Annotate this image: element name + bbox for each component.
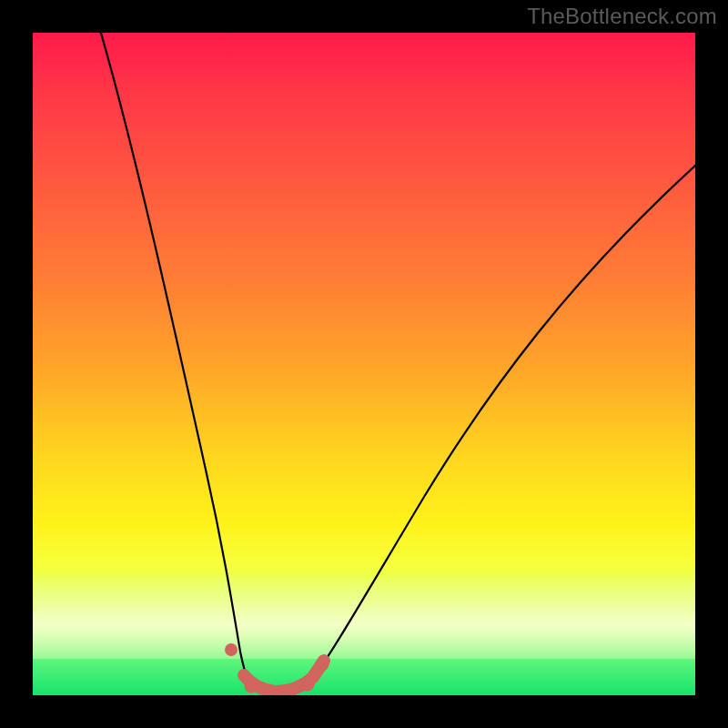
- valley-highlight-right: [275, 661, 324, 692]
- pale-band: [33, 572, 695, 659]
- curve-layer: [33, 33, 695, 695]
- valley-marker-dot: [225, 643, 238, 656]
- valley-node-4: [301, 678, 315, 692]
- plot-area: [33, 33, 695, 695]
- valley-highlight-left: [244, 675, 275, 692]
- valley-node-5: [316, 658, 329, 672]
- valley-node-3: [283, 685, 297, 696]
- curve-left-branch: [98, 33, 251, 686]
- watermark-text: TheBottleneck.com: [527, 4, 717, 29]
- valley-node-1: [245, 680, 258, 693]
- curve-right-branch: [311, 156, 695, 681]
- curve-valley: [251, 681, 311, 693]
- chart-container: TheBottleneck.com: [0, 0, 728, 728]
- valley-node-2: [263, 685, 277, 696]
